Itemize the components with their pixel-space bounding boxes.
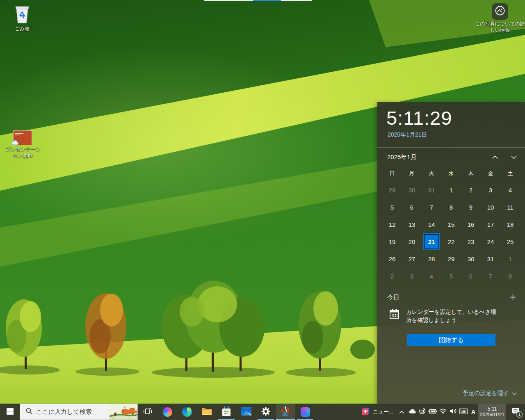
clock-calendar-flyout: 5:11:29 2025年1月21日 2025年1月 日月火水木金土 29303…: [377, 102, 525, 404]
calendar-day[interactable]: 10: [481, 199, 500, 216]
onedrive-cloud-icon: [11, 139, 18, 147]
chevron-down-icon: [511, 154, 517, 160]
calendar-day[interactable]: 20: [402, 233, 422, 250]
taskbar-app-snipping-tool[interactable]: [276, 404, 295, 420]
taskbar-app-office[interactable]: [295, 404, 315, 420]
ime-mode-button[interactable]: A: [468, 404, 478, 420]
wifi-tray-button[interactable]: [438, 404, 448, 420]
calendar-day[interactable]: 29: [382, 181, 402, 199]
tray-overflow-button[interactable]: [397, 404, 407, 420]
calendar-day[interactable]: 1: [441, 181, 461, 199]
action-center-button[interactable]: 1: [506, 404, 525, 420]
taskbar-app-edge[interactable]: [177, 404, 197, 420]
get-started-button[interactable]: 開始する: [407, 334, 495, 346]
snipping-tool-icon: [280, 406, 291, 418]
calendar-prev-month-button[interactable]: [489, 152, 501, 162]
calendar-day[interactable]: 30: [402, 181, 422, 199]
calendar-day[interactable]: 16: [461, 216, 481, 233]
calendar-day[interactable]: 22: [441, 233, 461, 250]
calendar-day[interactable]: 12: [382, 216, 402, 233]
calendar-day-grid: 2930311234567891011121314151617181920212…: [382, 181, 520, 285]
taskbar-clock-button[interactable]: 5:11 2025/01/21: [478, 404, 506, 420]
calendar-day[interactable]: 4: [422, 267, 441, 285]
calendar-day[interactable]: 6: [402, 199, 422, 216]
add-event-button[interactable]: [507, 292, 518, 304]
update-status-tray-button[interactable]: [417, 404, 427, 420]
plus-icon: [509, 294, 516, 302]
bush: [350, 340, 375, 359]
chevron-down-icon: [512, 390, 517, 397]
volume-tray-button[interactable]: [448, 404, 458, 420]
news-and-interests-button[interactable]: ニュー...: [357, 404, 397, 420]
calendar-day[interactable]: 28: [422, 250, 441, 267]
weekday-label: 火: [422, 168, 441, 179]
calendar-day[interactable]: 13: [402, 216, 422, 233]
calendar-day[interactable]: 8: [441, 199, 461, 216]
calendar-day[interactable]: 18: [500, 216, 520, 233]
calendar-day[interactable]: 3: [481, 181, 500, 199]
calendar-month-label[interactable]: 2025年1月: [387, 153, 417, 161]
keyboard-icon: [459, 409, 468, 415]
news-label: ニュー...: [373, 408, 393, 415]
system-tray: ニュー...: [357, 404, 525, 420]
calendar-day[interactable]: 19: [382, 233, 402, 250]
search-box-squirrel-image: [110, 404, 137, 420]
calendar-day[interactable]: 26: [382, 250, 402, 267]
microsoft-store-icon: [221, 406, 231, 418]
taskbar-app-mail[interactable]: [236, 404, 256, 420]
battery-tray-button[interactable]: [427, 404, 438, 420]
calendar-day[interactable]: 4: [500, 181, 520, 199]
calendar-day[interactable]: 14: [422, 216, 441, 233]
hide-agenda-label: 予定の設定を隠す: [463, 390, 509, 397]
flyout-date-link[interactable]: 2025年1月21日: [388, 131, 427, 139]
calendar-day[interactable]: 2: [382, 267, 402, 285]
recycle-bin-label: ごみ箱: [15, 26, 30, 32]
calendar-day[interactable]: 17: [481, 216, 500, 233]
recycle-bin-desktop-icon[interactable]: ごみ箱: [2, 3, 42, 32]
taskbar-app-copilot[interactable]: [158, 404, 177, 420]
calendar-day[interactable]: 5: [441, 267, 461, 285]
calendar-day[interactable]: 7: [422, 199, 441, 216]
search-input[interactable]: ここに入力して検索: [20, 404, 138, 420]
taskbar-app-microsoft-store[interactable]: [217, 404, 236, 420]
gear-icon: [261, 406, 271, 418]
edge-icon: [182, 407, 192, 417]
calendar-day[interactable]: 6: [461, 267, 481, 285]
calendar-day[interactable]: 29: [441, 250, 461, 267]
weekday-label: 月: [402, 168, 422, 179]
calendar-day[interactable]: 3: [402, 267, 422, 285]
calendar-day[interactable]: 27: [402, 250, 422, 267]
calendar-day[interactable]: 25: [500, 233, 520, 250]
picture-icon: [495, 5, 505, 18]
task-view-button[interactable]: [138, 404, 158, 420]
calendar-day[interactable]: 5: [382, 199, 402, 216]
calendar-day[interactable]: 1: [500, 250, 520, 267]
calendar-day[interactable]: 31: [481, 250, 500, 267]
touch-keyboard-tray-button[interactable]: [458, 404, 468, 420]
calendar-day-today[interactable]: 21: [422, 233, 441, 250]
weekday-label: 土: [500, 168, 520, 179]
calendar-day[interactable]: 2: [461, 181, 481, 199]
pptx-desktop-icon[interactable]: プレゼンテーション.pptx: [3, 130, 42, 159]
calendar-day[interactable]: 7: [481, 267, 500, 285]
hide-agenda-link[interactable]: 予定の設定を隠す: [463, 390, 517, 397]
mail-icon: [241, 407, 251, 417]
taskbar-app-settings[interactable]: [256, 404, 276, 420]
calendar-day[interactable]: 31: [422, 181, 441, 199]
taskbar-app-file-explorer[interactable]: [197, 404, 217, 420]
start-button[interactable]: [0, 404, 20, 420]
calendar-setup-message: カレンダーを設定して、いるべき場所を確認しましょう: [406, 308, 501, 324]
calendar-day[interactable]: 15: [441, 216, 461, 233]
onedrive-tray-button[interactable]: [407, 404, 417, 420]
spotlight-info-icon[interactable]: この写真についての詳しい情報: [475, 3, 525, 33]
notification-count-badge: 1: [516, 411, 523, 418]
calendar-day[interactable]: 9: [461, 199, 481, 216]
office-365-icon: [301, 407, 310, 417]
calendar-day[interactable]: 23: [461, 233, 481, 250]
calendar-next-month-button[interactable]: [508, 152, 520, 162]
calendar-day[interactable]: 11: [500, 199, 520, 216]
calendar-day[interactable]: 8: [500, 267, 520, 285]
weekday-label: 木: [461, 168, 481, 179]
calendar-day[interactable]: 24: [481, 233, 500, 250]
calendar-day[interactable]: 30: [461, 250, 481, 267]
